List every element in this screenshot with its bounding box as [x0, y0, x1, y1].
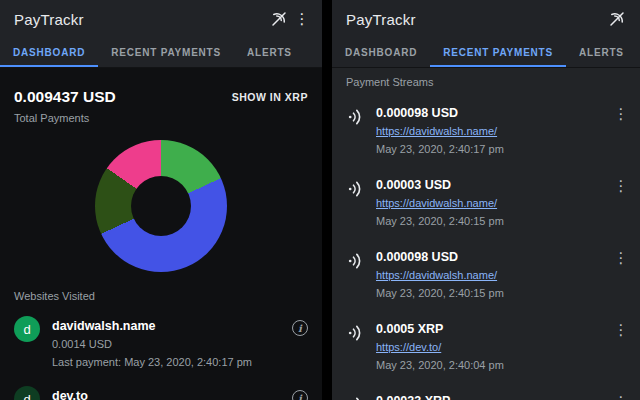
info-icon[interactable]: i	[292, 320, 308, 336]
recent-payments-panel: PayTrackr DASHBOARD RECENT PAYMENTS ALER…	[332, 0, 640, 400]
websites-visited-heading: Websites Visited	[0, 282, 322, 308]
app-title: PayTrackr	[14, 11, 266, 28]
payment-amount: 0.00033 XRP	[376, 394, 450, 400]
header-left: PayTrackr ⋮	[0, 0, 322, 38]
payment-date: May 23, 2020, 2:40:17 pm	[376, 143, 504, 155]
header-right: PayTrackr	[332, 0, 640, 38]
payment-row: 0.000098 USD https://davidwalsh.name/ Ma…	[332, 94, 640, 166]
payment-amount: 0.000098 USD	[376, 106, 458, 120]
tab-bar-left: DASHBOARD RECENT PAYMENTS ALERTS	[0, 38, 322, 68]
payment-menu-icon[interactable]: ⋮	[610, 321, 632, 339]
payment-amount: 0.000098 USD	[376, 250, 458, 264]
payment-date: May 23, 2020, 2:40:15 pm	[376, 287, 504, 299]
payment-row: 0.000098 USD https://davidwalsh.name/ Ma…	[332, 238, 640, 310]
total-payments-caption: Total Payments	[0, 110, 322, 124]
stream-signal-icon	[346, 395, 376, 400]
stream-signal-icon	[346, 323, 376, 347]
site-avatar: d	[14, 386, 40, 400]
website-item[interactable]: d davidwalsh.name 0.0014 USD Last paymen…	[0, 308, 322, 378]
tab-dashboard[interactable]: DASHBOARD	[0, 38, 98, 67]
stream-signal-icon	[346, 179, 376, 203]
tab-recent-payments[interactable]: RECENT PAYMENTS	[430, 38, 566, 67]
payment-url-link[interactable]: https://dev.to/	[376, 339, 441, 355]
stream-signal-icon	[346, 107, 376, 131]
tab-alerts[interactable]: ALERTS	[566, 38, 637, 67]
payment-menu-icon[interactable]: ⋮	[610, 393, 632, 400]
payment-url-link[interactable]: https://davidwalsh.name/	[376, 195, 497, 211]
payment-menu-icon[interactable]: ⋮	[610, 177, 632, 195]
tab-dashboard[interactable]: DASHBOARD	[332, 38, 430, 67]
panel-divider	[322, 0, 332, 400]
total-payments-amount: 0.009437 USD	[14, 88, 232, 106]
payment-amount: 0.0005 XRP	[376, 322, 443, 336]
payment-url-link[interactable]: https://davidwalsh.name/	[376, 267, 497, 283]
site-last-payment: Last payment: May 23, 2020, 2:40:17 pm	[52, 356, 252, 368]
paytrackr-app: PayTrackr ⋮ DASHBOARD RECENT PAYMENTS AL…	[0, 0, 640, 400]
payment-menu-icon[interactable]: ⋮	[610, 249, 632, 267]
tab-alerts[interactable]: ALERTS	[234, 38, 305, 67]
payment-amount: 0.00003 USD	[376, 178, 451, 192]
site-name: dev.to	[52, 389, 88, 400]
payment-date: May 23, 2020, 2:40:04 pm	[376, 359, 504, 371]
site-amount: 0.0014 USD	[52, 338, 112, 350]
site-avatar: d	[14, 316, 40, 342]
dashboard-panel: PayTrackr ⋮ DASHBOARD RECENT PAYMENTS AL…	[0, 0, 322, 400]
tab-recent-payments[interactable]: RECENT PAYMENTS	[98, 38, 234, 67]
app-title: PayTrackr	[346, 11, 604, 28]
dashboard-content: 0.009437 USD SHOW IN XRP Total Payments …	[0, 68, 322, 400]
payment-url-link[interactable]: https://davidwalsh.name/	[376, 123, 497, 139]
payment-date: May 23, 2020, 2:40:15 pm	[376, 215, 504, 227]
monetization-disabled-icon[interactable]	[266, 6, 292, 32]
payment-row: 0.00003 USD https://davidwalsh.name/ May…	[332, 166, 640, 238]
payment-row: 0.00033 XRP https://dev.to/ May 23, 2020…	[332, 382, 640, 400]
payments-content: Payment Streams 0.000098 USD https://dav…	[332, 68, 640, 400]
website-item[interactable]: d dev.to i	[0, 378, 322, 400]
donut-chart	[95, 140, 227, 272]
stream-signal-icon	[346, 251, 376, 275]
payment-row: 0.0005 XRP https://dev.to/ May 23, 2020,…	[332, 310, 640, 382]
payment-menu-icon[interactable]: ⋮	[610, 105, 632, 123]
tab-bar-right: DASHBOARD RECENT PAYMENTS ALERTS	[332, 38, 640, 68]
payment-streams-heading: Payment Streams	[332, 68, 640, 94]
show-in-xrp-button[interactable]: SHOW IN XRP	[232, 91, 308, 103]
site-name: davidwalsh.name	[52, 319, 156, 333]
info-icon[interactable]: i	[292, 390, 308, 400]
monetization-disabled-icon[interactable]	[604, 6, 630, 32]
overflow-menu-icon[interactable]: ⋮	[292, 10, 312, 28]
